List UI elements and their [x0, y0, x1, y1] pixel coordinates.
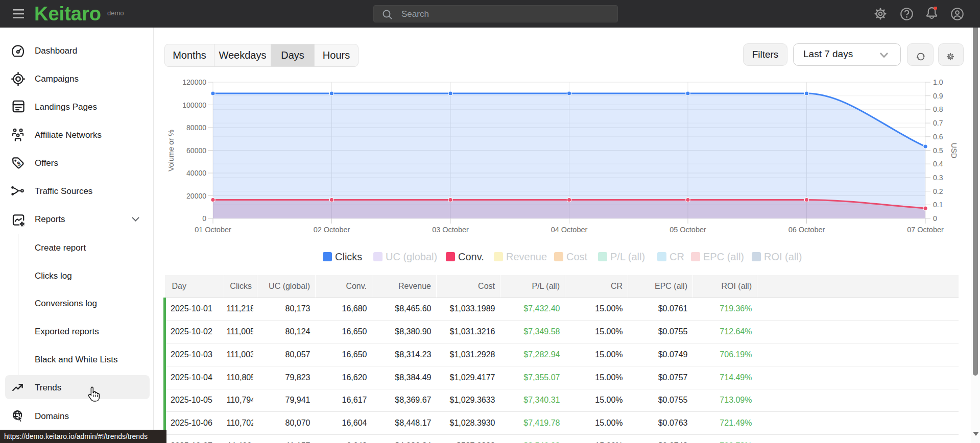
svg-text:02 October: 02 October [314, 226, 350, 234]
svg-text:0.1: 0.1 [933, 201, 943, 209]
svg-text:03 October: 03 October [432, 226, 469, 234]
svg-text:0.3: 0.3 [933, 174, 943, 182]
svg-text:0: 0 [933, 214, 937, 223]
svg-text:01 October: 01 October [195, 226, 231, 234]
svg-text:120000: 120000 [182, 78, 206, 86]
svg-text:0.5: 0.5 [933, 146, 943, 155]
svg-text:USD: USD [950, 143, 958, 159]
svg-text:100000: 100000 [182, 101, 206, 109]
svg-text:0.6: 0.6 [933, 133, 943, 141]
svg-text:0.7: 0.7 [933, 119, 943, 127]
svg-text:0.8: 0.8 [933, 105, 943, 113]
svg-text:$: $ [16, 160, 21, 167]
svg-text:06 October: 06 October [788, 226, 825, 234]
svg-text:1.0: 1.0 [933, 78, 943, 86]
svg-text:0: 0 [202, 214, 206, 223]
svg-text:0.9: 0.9 [933, 92, 943, 100]
svg-text:0.4: 0.4 [933, 160, 943, 168]
svg-text:20000: 20000 [186, 192, 206, 200]
svg-text:40000: 40000 [186, 169, 206, 177]
svg-text:04 October: 04 October [551, 226, 588, 234]
svg-text:05 October: 05 October [670, 226, 706, 234]
svg-text:Volume or %: Volume or % [167, 130, 175, 171]
svg-text:80000: 80000 [186, 124, 206, 132]
svg-text:07 October: 07 October [907, 226, 944, 234]
svg-text:60000: 60000 [186, 146, 206, 155]
svg-text:0.2: 0.2 [933, 187, 943, 195]
